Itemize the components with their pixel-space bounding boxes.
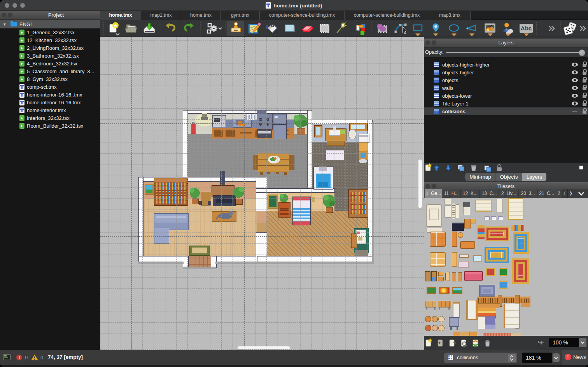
svg-text:Abc: Abc: [521, 25, 532, 32]
